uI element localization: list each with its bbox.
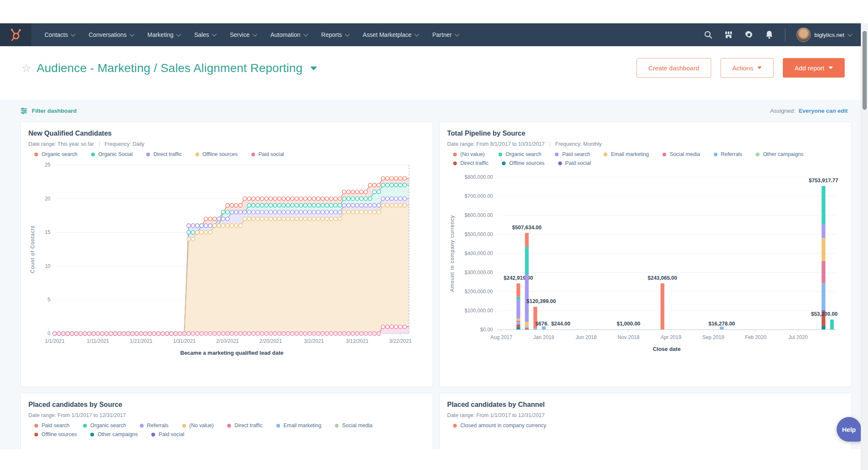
svg-text:$753,917.77: $753,917.77 <box>809 178 838 184</box>
svg-text:$16,278.00: $16,278.00 <box>709 321 735 327</box>
nav-item-sales[interactable]: Sales <box>187 23 223 46</box>
chart-legend: Closed amount in company currency <box>453 423 846 428</box>
nav-item-contacts[interactable]: Contacts <box>37 23 81 46</box>
svg-text:3/22/2021: 3/22/2021 <box>389 338 412 344</box>
legend-item[interactable]: (No value) <box>182 423 214 428</box>
legend-label: (No value) <box>189 423 214 428</box>
legend-item[interactable]: Paid search <box>555 151 590 157</box>
legend-item[interactable]: Organic Social <box>91 151 133 157</box>
report-title[interactable]: Placed candidates by Channel <box>447 401 846 409</box>
legend-item[interactable]: Social media <box>335 423 373 428</box>
date-range-label: Date range: From 1/1/2017 to 12/31/2017 <box>28 412 126 418</box>
legend-item[interactable]: Referrals <box>140 423 169 428</box>
scrollbar-thumb[interactable] <box>862 31 867 110</box>
svg-text:1/31/2021: 1/31/2021 <box>173 338 196 344</box>
legend-item[interactable]: Other campaigns <box>756 151 803 157</box>
legend-dot-icon <box>34 433 38 437</box>
nav-item-marketing[interactable]: Marketing <box>140 23 187 46</box>
legend-item[interactable]: Organic search <box>34 151 78 157</box>
legend-item[interactable]: (No value) <box>453 151 485 157</box>
create-dashboard-button[interactable]: Create dashboard <box>637 58 711 78</box>
svg-text:$200,000.00: $200,000.00 <box>465 289 493 295</box>
marketplace-icon[interactable] <box>724 30 733 39</box>
chevron-down-icon <box>848 32 852 36</box>
nav-item-partner[interactable]: Partner <box>425 23 465 46</box>
legend-dot-icon <box>83 424 87 428</box>
legend-item[interactable]: Offline sources <box>34 431 77 437</box>
legend-dot-icon <box>498 153 502 156</box>
nav-item-conversations[interactable]: Conversations <box>81 23 140 46</box>
settings-gear-icon[interactable] <box>744 30 754 39</box>
meta-divider <box>99 142 100 147</box>
notifications-bell-icon[interactable] <box>765 30 774 39</box>
legend-dot-icon <box>714 153 718 156</box>
legend-item[interactable]: Closed amount in company currency <box>453 423 546 428</box>
svg-text:0: 0 <box>47 331 50 337</box>
legend-item[interactable]: Paid search <box>34 423 70 428</box>
nav-item-label: Automation <box>270 31 300 38</box>
legend-item[interactable]: Direct traffic <box>146 151 181 157</box>
report-title[interactable]: Placed candidates by Source <box>28 401 427 409</box>
legend-row: (No value)Organic searchPaid searchEmail… <box>453 151 846 157</box>
legend-item[interactable]: Direct traffic <box>227 423 262 428</box>
legend-item[interactable]: Referrals <box>714 151 743 157</box>
legend-item[interactable]: Email marketing <box>276 423 322 428</box>
legend-item[interactable]: Paid social <box>151 431 184 437</box>
add-report-label: Add report <box>795 64 824 72</box>
legend-item[interactable]: Email marketing <box>604 151 649 157</box>
help-button[interactable]: Help <box>837 417 861 442</box>
nav-item-service[interactable]: Service <box>223 23 263 46</box>
filter-dashboard-link[interactable]: Filter dashboard <box>20 107 77 114</box>
report-meta: Date range: From 8/1/2017 to 10/31/2017 … <box>447 141 846 147</box>
legend-item[interactable]: Social media <box>662 151 700 157</box>
frequency-label: Frequency: Daily <box>105 141 145 147</box>
legend-label: Closed amount in company currency <box>460 423 546 428</box>
add-report-button[interactable]: Add report <box>783 58 845 78</box>
create-dashboard-label: Create dashboard <box>648 64 699 72</box>
legend-item[interactable]: Offline sources <box>195 151 238 157</box>
svg-text:25: 25 <box>45 162 51 168</box>
search-icon[interactable] <box>704 30 713 39</box>
svg-text:10: 10 <box>45 263 51 269</box>
svg-text:$600,000.00: $600,000.00 <box>465 212 493 218</box>
meta-divider <box>550 142 550 147</box>
legend-item[interactable]: Paid social <box>251 151 284 157</box>
legend-item[interactable]: Organic search <box>83 423 126 428</box>
svg-text:Aug 2017: Aug 2017 <box>490 334 512 340</box>
legend-item[interactable]: Offline sources <box>502 160 544 166</box>
legend-label: Paid social <box>259 151 284 157</box>
favorite-star-icon[interactable]: ☆ <box>21 63 31 74</box>
account-name: biglytics.net <box>814 32 844 38</box>
nav-item-asset-marketplace[interactable]: Asset Marketplace <box>356 23 425 46</box>
title-dropdown-caret-icon[interactable] <box>310 67 317 70</box>
nav-item-label: Contacts <box>45 31 68 38</box>
report-title[interactable]: New Qualified Candidates <box>28 130 427 137</box>
legend-dot-icon <box>140 424 144 428</box>
svg-text:$400,000.00: $400,000.00 <box>465 250 493 256</box>
legend-item[interactable]: Paid social <box>558 160 591 166</box>
legend-item[interactable]: Organic search <box>498 151 542 157</box>
svg-text:$243,065.00: $243,065.00 <box>648 275 677 281</box>
legend-item[interactable]: Direct traffic <box>453 160 488 166</box>
nav-item-reports[interactable]: Reports <box>314 23 356 46</box>
svg-text:Close date: Close date <box>653 346 681 352</box>
legend-dot-icon <box>453 424 457 428</box>
svg-text:Nov 2018: Nov 2018 <box>618 334 640 340</box>
legend-row: Paid searchOrganic searchReferrals(No va… <box>34 423 427 428</box>
legend-row: Organic searchOrganic SocialDirect traff… <box>34 151 427 157</box>
report-card-new-qualified-candidates: New Qualified Candidates Date range: Thi… <box>20 122 433 387</box>
legend-dot-icon <box>555 153 559 156</box>
account-menu[interactable]: biglytics.net <box>796 28 851 42</box>
hubspot-logo[interactable] <box>0 23 31 46</box>
nav-item-automation[interactable]: Automation <box>263 23 314 46</box>
scrollbar-track[interactable] <box>861 23 868 470</box>
report-title[interactable]: Total Pipeline by Source <box>447 130 846 137</box>
actions-button[interactable]: Actions <box>721 58 773 78</box>
assigned-value-link[interactable]: Everyone can edit <box>798 108 848 114</box>
page-title[interactable]: Audience - Marketing / Sales Alignment R… <box>36 61 303 75</box>
chevron-down-icon <box>303 32 308 36</box>
chevron-down-icon <box>415 32 419 36</box>
legend-item[interactable]: Other campaigns <box>90 431 138 437</box>
svg-text:Sep 2019: Sep 2019 <box>702 334 724 340</box>
legend-row: Closed amount in company currency <box>453 423 846 428</box>
